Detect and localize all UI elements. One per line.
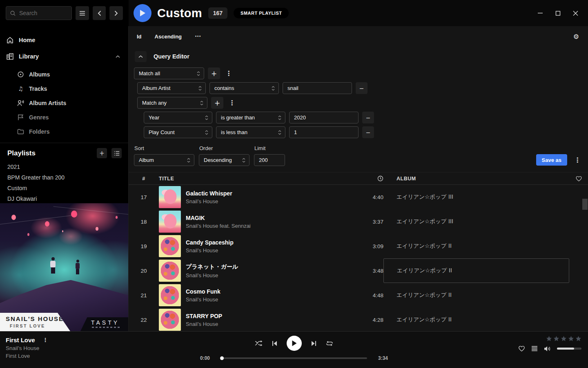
rule-operator-select[interactable]: contains	[209, 82, 279, 94]
star-icon[interactable]	[553, 336, 559, 342]
track-artist[interactable]: Snail’s House feat. Sennzai	[186, 223, 351, 229]
track-album[interactable]: エイリアン☆ポップ II	[383, 307, 569, 331]
now-playing-cover-art[interactable]: SNAIL'S HOUSE FIRST LOVE TASTY	[0, 203, 129, 331]
volume-slider[interactable]	[557, 348, 581, 350]
track-album[interactable]: エイリアン☆ポップ III	[383, 185, 569, 209]
rule-value-input[interactable]	[289, 126, 359, 138]
manage-playlists-button[interactable]	[111, 148, 122, 158]
track-artist[interactable]: Snail’s House	[186, 272, 351, 278]
play-button[interactable]	[287, 336, 302, 351]
repeat-button[interactable]	[326, 341, 333, 346]
playlist-item[interactable]: Custom	[0, 183, 128, 193]
track-artist[interactable]: Snail’s House	[186, 321, 351, 327]
rule-field-select[interactable]: Album Artist	[137, 82, 206, 94]
maximize-button[interactable]	[555, 11, 561, 16]
star-icon[interactable]	[561, 336, 567, 342]
track-row[interactable]: 21 Cosmo Funk Snail’s House 4:48 エイリアン☆ポ…	[129, 283, 588, 307]
playlist-play-button[interactable]	[134, 4, 151, 22]
next-button[interactable]	[311, 341, 316, 346]
remove-rule-button[interactable]: −	[356, 82, 368, 94]
remove-rule-button[interactable]: −	[362, 126, 374, 138]
sidebar-item-folders[interactable]: Folders	[0, 124, 128, 139]
search-box[interactable]	[6, 6, 72, 20]
save-as-button[interactable]: Save as	[536, 154, 567, 166]
scrollbar-thumb[interactable]	[582, 199, 588, 210]
search-input[interactable]	[19, 10, 68, 16]
more-options-icon[interactable]: ⋯	[195, 33, 201, 40]
shuffle-button[interactable]	[255, 340, 263, 346]
add-rule-button[interactable]: +	[211, 97, 223, 109]
nav-back-button[interactable]	[93, 6, 106, 20]
sidebar-item-home[interactable]: Home	[0, 32, 128, 48]
seek-thumb[interactable]	[220, 357, 224, 360]
queue-button[interactable]	[531, 346, 538, 351]
favorite-button[interactable]	[518, 346, 525, 352]
limit-input[interactable]	[254, 154, 285, 166]
menu-button[interactable]	[76, 6, 89, 20]
track-album[interactable]: エイリアン☆ポップ II	[383, 234, 569, 258]
gear-icon[interactable]: ⚙	[573, 33, 579, 40]
track-duration: 3:09	[355, 243, 383, 249]
track-row[interactable]: 18 MAGIK Snail’s House feat. Sennzai 3:3…	[129, 209, 588, 234]
rule-operator-select[interactable]: is greater than	[216, 112, 285, 123]
track-row[interactable]: 17 Galactic Whisper Snail’s House 4:40 エ…	[129, 185, 588, 209]
sort-select[interactable]: Album	[134, 154, 194, 166]
volume-icon[interactable]	[544, 346, 551, 352]
now-playing-title[interactable]: First Love	[6, 337, 35, 343]
rule-value-input[interactable]	[289, 112, 359, 123]
star-icon[interactable]	[568, 336, 574, 342]
track-row[interactable]: 19 Candy Spaceship Snail’s House 3:09 エイ…	[129, 234, 588, 258]
order-select[interactable]: Descending	[199, 154, 249, 166]
rule-field-select[interactable]: Play Count	[144, 126, 212, 138]
track-artist[interactable]: Snail’s House	[186, 198, 351, 204]
match-type-select[interactable]: Match all	[134, 67, 204, 79]
favorite-heart-icon[interactable]	[576, 176, 582, 182]
query-rule-row: Play Count is less than −	[144, 126, 582, 138]
smart-playlist-badge: SMART PLAYLIST	[234, 8, 289, 18]
close-button[interactable]	[573, 11, 578, 16]
group-menu-icon[interactable]: ⋮	[227, 99, 237, 107]
track-row[interactable]: 22 STARRY POP Snail’s House 4:28 エイリアン☆ポ…	[129, 307, 588, 331]
match-type-select[interactable]: Match any	[137, 97, 207, 109]
collapse-query-editor-button[interactable]	[135, 51, 147, 62]
sidebar-item-genres[interactable]: Genres	[0, 110, 128, 124]
sidebar-item-label: Home	[19, 37, 35, 43]
duration-clock-icon[interactable]	[377, 175, 383, 182]
track-artist[interactable]: Snail’s House	[186, 296, 351, 303]
track-album-focused[interactable]: エイリアン☆ポップ II	[383, 258, 569, 283]
track-artist[interactable]: Snail’s House	[186, 247, 351, 254]
group-menu-icon[interactable]: ⋮	[224, 70, 234, 77]
column-header-album[interactable]: ALBUM	[383, 176, 569, 182]
playlist-item[interactable]: DJ Okawari	[0, 193, 128, 204]
playlist-item[interactable]: BPM Greater than 200	[0, 172, 128, 183]
now-playing-album[interactable]: First Love	[6, 353, 50, 359]
rule-value-input[interactable]	[283, 82, 352, 94]
add-rule-button[interactable]: +	[208, 67, 220, 79]
rule-field-select[interactable]: Year	[144, 112, 212, 123]
remove-rule-button[interactable]: −	[362, 112, 374, 123]
rule-operator-select[interactable]: is less than	[216, 126, 285, 138]
star-icon[interactable]	[575, 336, 581, 342]
sort-field-control[interactable]: Id	[137, 34, 142, 40]
add-playlist-button[interactable]: +	[97, 148, 107, 158]
sort-direction-control[interactable]: Ascending	[155, 34, 182, 40]
sidebar-item-tracks[interactable]: ♫ Tracks	[0, 81, 128, 96]
now-playing-menu-icon[interactable]: ⋮	[41, 337, 50, 343]
seek-bar[interactable]	[221, 357, 367, 359]
star-icon[interactable]	[546, 336, 552, 342]
playlist-item[interactable]: 2021	[0, 162, 128, 172]
save-menu-icon[interactable]: ⋮	[572, 156, 582, 164]
chevron-up-icon[interactable]	[116, 55, 120, 58]
sidebar-item-albums[interactable]: Albums	[0, 67, 128, 81]
sidebar-item-library[interactable]: Library	[0, 48, 128, 65]
minimize-button[interactable]	[537, 10, 543, 16]
track-album[interactable]: エイリアン☆ポップ III	[383, 209, 569, 234]
sidebar-item-album-artists[interactable]: Album Artists	[0, 96, 128, 110]
track-row[interactable]: 20 プラネット・ガール Snail’s House 3:48 エイリアン☆ポッ…	[129, 258, 588, 283]
column-header-title[interactable]: TITLE	[159, 176, 355, 182]
column-header-number[interactable]: #	[129, 176, 159, 182]
now-playing-artist[interactable]: Snail’s House	[6, 345, 50, 351]
track-album[interactable]: エイリアン☆ポップ II	[383, 283, 569, 307]
previous-button[interactable]	[272, 341, 277, 346]
nav-forward-button[interactable]	[109, 6, 123, 20]
